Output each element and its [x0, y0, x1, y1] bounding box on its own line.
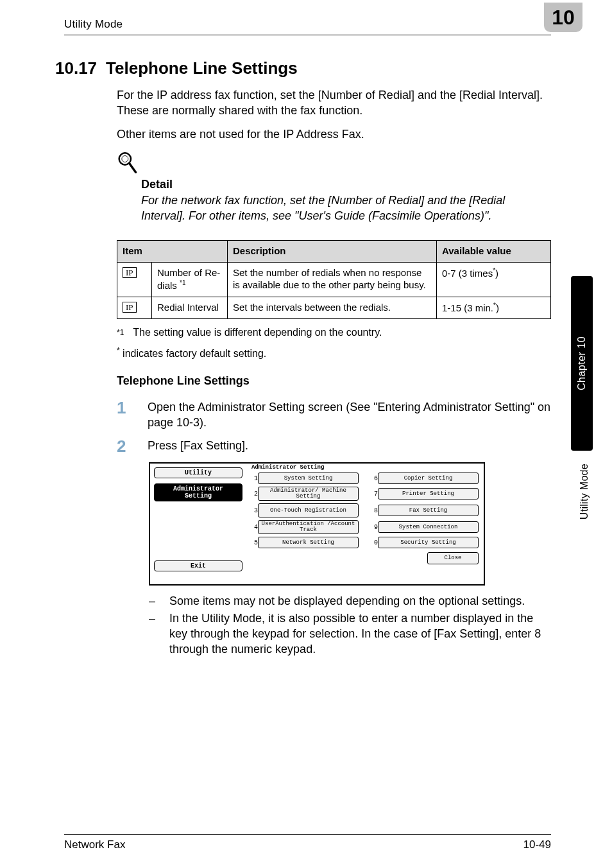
ip-badge: IP [123, 302, 137, 313]
footer-left: Network Fax [64, 838, 125, 851]
panel-btn-num: 4 [250, 524, 258, 531]
panel-btn-user-auth-account-track[interactable]: UserAuthentication /Account Track [258, 520, 359, 534]
item-value-post: ) [495, 268, 498, 279]
detail-title: Detail [141, 178, 551, 191]
step-2: 2 Press [Fax Setting]. [117, 438, 551, 455]
panel-admin-setting-pill: Administrator Setting [154, 483, 242, 501]
item-desc: Set the intervals between the redials. [228, 297, 437, 319]
panel-close-button[interactable]: Close [427, 552, 479, 564]
item-value-pre: 0-7 (3 times [442, 268, 493, 279]
section-title: Telephone Line Settings [106, 58, 298, 78]
panel-btn-num: 1 [250, 475, 258, 482]
panel-btn-printer-setting[interactable]: Printer Setting [378, 488, 479, 499]
item-name: Number of Re-dials [157, 267, 220, 291]
admin-panel: Utility Administrator Setting Exit Admin… [149, 462, 485, 586]
step-2-text: Press [Fax Setting]. [148, 438, 551, 455]
panel-btn-num: 7 [370, 490, 378, 498]
panel-btn-copier-setting[interactable]: Copier Setting [378, 473, 479, 484]
magnifier-icon [117, 151, 139, 177]
footnote-1: *1 The setting value is different depend… [117, 327, 551, 338]
panel-left-column: Utility Administrator Setting Exit [150, 464, 246, 580]
panel-btn-num: 8 [370, 507, 378, 514]
panel-btn-one-touch-registration[interactable]: One-Touch Registration [258, 503, 359, 517]
item-desc: Set the number of redials when no respon… [228, 263, 437, 297]
ip-badge-cell: IP [117, 263, 152, 297]
note-1-text: Some items may not be displayed dependin… [169, 593, 551, 609]
panel-btn-admin-machine-setting[interactable]: Administrator/ Machine Setting [258, 487, 359, 501]
page-footer: Network Fax 10-49 [64, 834, 551, 851]
footnote-mark: *1 [117, 328, 124, 337]
page: Utility Mode 10 10.17 Telephone Line Set… [0, 0, 612, 868]
footnote-text: The setting value is different depending… [133, 327, 382, 338]
item-name-cell: Redial Interval [152, 297, 228, 319]
procedure-subhead: Telephone Line Settings [117, 374, 551, 388]
panel-right-column: Administrator Setting 1 System Setting 6… [246, 464, 484, 580]
panel-btn-fax-setting[interactable]: Fax Setting [378, 505, 479, 516]
item-name: Redial Interval [157, 302, 219, 313]
chapter-number: 10 [552, 6, 575, 30]
header-left-text: Utility Mode [64, 18, 123, 31]
factory-text: indicates factory default setting. [120, 349, 267, 360]
item-value: 0-7 (3 times*) [437, 263, 551, 297]
step-1-number: 1 [117, 399, 133, 431]
item-name-sup: *1 [180, 279, 185, 286]
step-2-number: 2 [117, 438, 133, 455]
detail-text: For the network fax function, set the [N… [141, 193, 551, 224]
page-header: Utility Mode [64, 18, 551, 35]
chapter-number-tab: 10 [544, 3, 582, 32]
table-row: IP Redial Interval Set the intervals bet… [117, 297, 551, 319]
table-row: IP Number of Re-dials *1 Set the number … [117, 263, 551, 297]
panel-btn-num: 5 [250, 539, 258, 546]
panel-btn-num: 0 [370, 539, 378, 546]
ip-badge: IP [123, 267, 137, 278]
ip-badge-cell: IP [117, 297, 152, 319]
panel-utility-pill: Utility [154, 467, 242, 478]
panel-button-grid: 1 System Setting 6 Copier Setting 2 Admi… [250, 473, 479, 548]
settings-table: Item Description Available value IP Numb… [117, 240, 551, 319]
intro-paragraph-2: Other items are not used for the IP Addr… [117, 126, 551, 142]
step-1: 1 Open the Administrator Setting screen … [117, 399, 551, 431]
item-name-cell: Number of Re-dials *1 [152, 263, 228, 297]
svg-point-1 [122, 155, 128, 162]
panel-btn-system-connection[interactable]: System Connection [378, 521, 479, 533]
item-value-pre: 1-15 (3 min. [442, 302, 493, 313]
panel-btn-num: 6 [370, 475, 378, 482]
side-chapter-tab: Chapter 10 [571, 276, 593, 451]
panel-exit-button[interactable]: Exit [154, 560, 242, 571]
panel-btn-system-setting[interactable]: System Setting [258, 473, 359, 484]
panel-btn-num: 3 [250, 507, 258, 514]
section-heading: 10.17 Telephone Line Settings [55, 58, 551, 78]
note-1: – Some items may not be displayed depend… [149, 593, 551, 609]
section-number: 10.17 [55, 58, 97, 78]
panel-btn-num: 2 [250, 490, 258, 498]
detail-block: Detail For the network fax function, set… [117, 151, 551, 224]
side-mode-label: Utility Mode [579, 464, 590, 519]
item-value-post: ) [496, 302, 499, 313]
panel-right-heading: Administrator Setting [250, 465, 479, 471]
dash-icon: – [149, 611, 158, 657]
factory-default-note: * indicates factory default setting. [117, 346, 551, 360]
note-2-text: In the Utility Mode, it is also possible… [169, 611, 551, 657]
svg-line-2 [130, 163, 136, 172]
th-available-value: Available value [437, 241, 551, 263]
step-1-text: Open the Administrator Setting screen (S… [148, 399, 551, 431]
note-2: – In the Utility Mode, it is also possib… [149, 611, 551, 657]
intro-paragraph-1: For the IP address fax function, set the… [117, 87, 551, 119]
th-item: Item [117, 241, 228, 263]
panel-btn-security-setting[interactable]: Security Setting [378, 537, 479, 548]
admin-panel-screenshot: Utility Administrator Setting Exit Admin… [149, 462, 482, 586]
notes: – Some items may not be displayed depend… [149, 593, 551, 657]
dash-icon: – [149, 593, 158, 609]
panel-btn-num: 9 [370, 524, 378, 531]
side-chapter-tab-text: Chapter 10 [576, 336, 588, 390]
panel-btn-network-setting[interactable]: Network Setting [258, 537, 359, 548]
item-value: 1-15 (3 min.*) [437, 297, 551, 319]
footer-right: 10-49 [523, 838, 551, 851]
th-description: Description [228, 241, 437, 263]
